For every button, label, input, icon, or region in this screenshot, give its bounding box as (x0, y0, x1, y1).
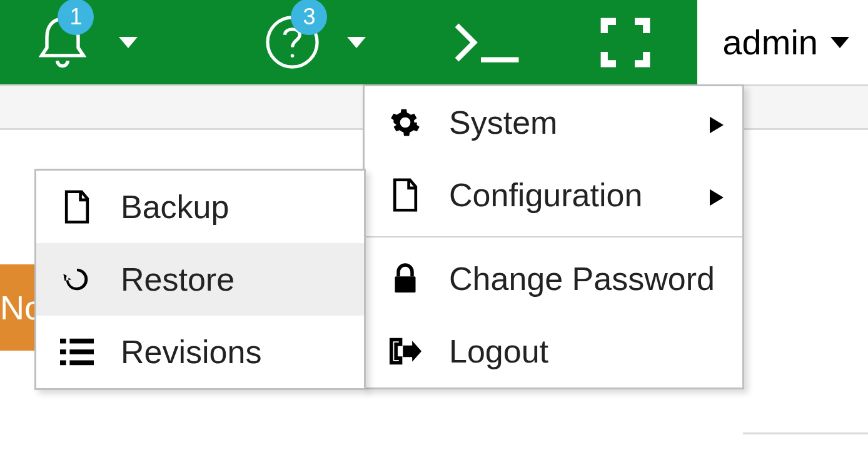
svg-marker-0 (119, 37, 138, 48)
menu-item-logout[interactable]: Logout (365, 315, 742, 388)
menu-item-configuration[interactable]: Configuration (365, 159, 742, 231)
notifications-button[interactable]: 1 (13, 0, 156, 84)
help-button[interactable]: 3 (244, 0, 385, 84)
svg-marker-3 (347, 37, 366, 48)
lock-icon (386, 262, 424, 295)
menu-item-label: Logout (449, 332, 548, 370)
svg-rect-8 (395, 276, 416, 292)
file-icon (58, 189, 96, 224)
gear-icon (386, 107, 424, 138)
orange-fragment: No (0, 264, 34, 351)
caret-right-icon (710, 104, 724, 141)
caret-down-icon (347, 33, 366, 52)
configuration-submenu: Backup Restore Revisions (34, 169, 366, 390)
menu-item-label: Change Password (449, 260, 715, 298)
user-menu-button[interactable]: admin (697, 0, 868, 84)
user-dropdown: System Configuration Change Password (363, 84, 744, 389)
svg-marker-6 (710, 117, 724, 133)
svg-rect-15 (69, 361, 94, 366)
menu-item-label: System (449, 104, 557, 141)
bottom-bar-fragment (743, 432, 868, 450)
terminal-icon (453, 21, 522, 64)
menu-item-backup[interactable]: Backup (36, 171, 364, 243)
restore-icon (58, 263, 96, 296)
svg-marker-5 (830, 37, 849, 48)
topbar: 1 3 admin (0, 0, 868, 84)
logout-icon (386, 336, 424, 366)
svg-marker-7 (710, 189, 724, 206)
menu-divider (365, 236, 742, 238)
svg-rect-10 (60, 339, 66, 344)
svg-rect-13 (69, 349, 94, 354)
menu-item-label: Revisions (121, 333, 261, 371)
svg-rect-14 (60, 361, 66, 366)
menu-item-revisions[interactable]: Revisions (36, 316, 364, 388)
caret-right-icon (710, 176, 724, 214)
svg-point-2 (291, 54, 295, 58)
menu-item-restore[interactable]: Restore (36, 243, 364, 316)
menu-item-label: Configuration (449, 176, 642, 214)
svg-rect-12 (60, 349, 66, 354)
menu-item-change-password[interactable]: Change Password (365, 242, 742, 315)
caret-down-icon (119, 33, 138, 52)
fullscreen-icon (597, 14, 654, 71)
menu-item-label: Backup (121, 188, 229, 226)
user-label: admin (722, 22, 818, 62)
caret-down-icon (830, 33, 849, 52)
svg-rect-11 (69, 339, 94, 344)
menu-item-label: Restore (121, 261, 235, 298)
fullscreen-button[interactable] (578, 0, 672, 84)
menu-item-system[interactable]: System (365, 86, 742, 159)
terminal-button[interactable] (435, 0, 541, 84)
list-icon (58, 338, 96, 366)
svg-marker-9 (403, 341, 421, 361)
file-icon (386, 178, 424, 212)
